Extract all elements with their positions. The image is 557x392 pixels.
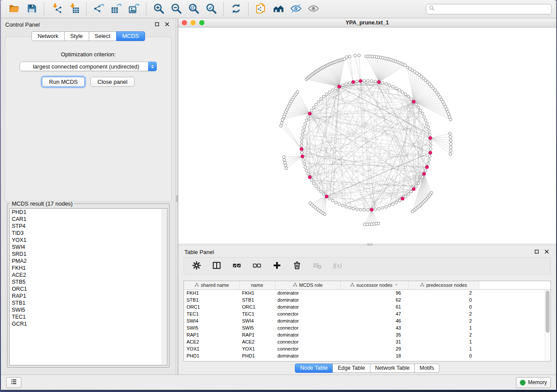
node-table-head: shared namenameMCDS rolesuccessor nodesp… [184, 281, 550, 289]
open-file-button[interactable] [5, 1, 23, 17]
table-row-SWI5[interactable]: SWI5SWI5connector431 [184, 324, 550, 331]
table-row-PHD1[interactable]: PHD1PHD1dominator180 [184, 352, 550, 359]
mcds-list-item[interactable]: STB1 [10, 299, 167, 306]
tab-network-table[interactable]: Network Table [370, 364, 415, 373]
table-panel-float-button[interactable] [533, 249, 540, 255]
export-table-button[interactable] [107, 1, 125, 17]
network-graph[interactable] [178, 28, 556, 244]
horizontal-splitter[interactable] [178, 244, 556, 246]
tab-edge-table[interactable]: Edge Table [332, 364, 370, 373]
node-table[interactable]: shared namenameMCDS rolesuccessor nodesp… [184, 281, 550, 359]
search-box[interactable] [426, 4, 552, 14]
zoom-in-button[interactable] [150, 1, 167, 17]
cell-shared_name: ACE2 [184, 338, 239, 345]
tab-select[interactable]: Select [89, 31, 117, 41]
tab-network[interactable]: Network [31, 31, 65, 41]
delete-columns-button[interactable] [291, 260, 303, 272]
table-panel-close-button[interactable] [543, 249, 550, 255]
import-network-button[interactable] [48, 1, 65, 17]
column-header-MCDS-role[interactable]: MCDS role [275, 281, 340, 289]
export-table-icon [111, 3, 122, 16]
zoom-selected-button[interactable] [202, 1, 220, 17]
mcds-list-item[interactable]: PMA2 [10, 258, 167, 265]
column-header-successor-nodes[interactable]: successor nodes [340, 281, 408, 289]
mcds-button-row: Run MCDS Close panel [5, 77, 171, 87]
splitter-grip[interactable] [176, 196, 178, 202]
mcds-list-item[interactable]: FKH1 [10, 265, 167, 272]
control-panel-close-button[interactable] [164, 21, 170, 28]
mcds-list-item[interactable]: RAP1 [10, 292, 167, 299]
close-panel-button[interactable]: Close panel [90, 77, 135, 87]
mcds-list-item[interactable]: GCR1 [10, 320, 167, 327]
table-panel: Table Panel f(x) shared namenameMCDS rol… [178, 246, 556, 375]
table-row-YOX1[interactable]: YOX1YOX1connector291 [184, 345, 550, 352]
mcds-list-item[interactable]: SRD1 [10, 251, 167, 258]
new-network-from-selection-button[interactable] [252, 1, 270, 17]
table-row-FKH1[interactable]: FKH1FKH1dominator962 [184, 289, 550, 296]
mcds-list-item[interactable]: TID3 [10, 230, 167, 237]
export-image-button[interactable] [125, 1, 142, 17]
memory-button[interactable]: Memory [516, 377, 551, 388]
mcds-list-item[interactable]: TEC1 [10, 313, 167, 320]
table-mode-button[interactable] [191, 260, 202, 272]
control-panel: Control Panel Network Style Select MCDS … [1, 18, 176, 375]
hide-selected-icon [290, 3, 302, 16]
cell-mcds_role: connector [275, 345, 340, 352]
table-row-RAP1[interactable]: RAP1RAP1dominator352 [184, 331, 550, 338]
table-row-TEC1[interactable]: TEC1TEC1connector472 [184, 310, 550, 317]
zoom-traffic-light[interactable] [199, 20, 204, 25]
mcds-list-item[interactable]: STB5 [10, 279, 167, 285]
tab-style[interactable]: Style [64, 31, 89, 41]
unselect-all-rows-icon [252, 261, 262, 272]
mcds-list-item[interactable]: PHD1 [10, 209, 167, 216]
unselect-all-rows-button[interactable] [251, 260, 263, 272]
zoom-fit-button[interactable] [185, 1, 202, 17]
tab-motifs[interactable]: Motifs [414, 364, 439, 373]
mcds-list-item[interactable]: ORC1 [10, 285, 167, 292]
save-session-button[interactable] [23, 1, 40, 17]
mcds-result-list[interactable]: PHD1CAR1STP4TID3YOX1SWI4SRD1PMA2FKH1ACE2… [9, 208, 167, 365]
create-column-button[interactable] [271, 260, 283, 272]
hierarchy-icon [350, 282, 355, 288]
select-all-rows-button[interactable] [231, 260, 242, 272]
mcds-list-scrollbar[interactable] [162, 209, 166, 364]
column-header-name[interactable]: name [239, 281, 275, 289]
table-row-STB1[interactable]: STB1STB1dominator620 [184, 296, 550, 303]
mcds-list-item[interactable]: CAR1 [10, 216, 167, 223]
splitter-grip[interactable] [367, 244, 373, 245]
table-scrollbar[interactable] [545, 290, 550, 361]
mcds-list-item[interactable]: YOX1 [10, 237, 167, 244]
cell-predecessor_nodes: 1 [408, 324, 479, 331]
show-all-button[interactable] [304, 1, 322, 17]
network-canvas[interactable] [178, 28, 556, 244]
search-input[interactable] [435, 6, 549, 12]
first-neighbors-button[interactable] [270, 1, 287, 17]
tab-mcds[interactable]: MCDS [116, 31, 145, 41]
task-list-icon [10, 378, 17, 387]
cell-shared_name: SWI4 [184, 317, 239, 324]
apply-layout-button[interactable] [227, 1, 245, 17]
control-panel-float-button[interactable] [154, 21, 160, 28]
table-row-SWI4[interactable]: SWI4SWI4dominator462 [184, 317, 550, 324]
export-network-button[interactable] [90, 1, 107, 17]
hide-selected-button[interactable] [287, 1, 304, 17]
optimization-criterion-select[interactable]: largest connected component (undirected) [20, 62, 157, 71]
close-traffic-light[interactable] [182, 20, 187, 25]
mcds-list-item[interactable]: STP4 [10, 223, 167, 230]
show-columns-icon [212, 261, 221, 272]
import-table-button[interactable] [65, 1, 83, 17]
zoom-out-button[interactable] [167, 1, 185, 17]
column-header-predecessor-nodes[interactable]: predecessor nodes [408, 281, 479, 289]
task-history-button[interactable] [6, 377, 21, 388]
column-header-shared-name[interactable]: shared name [184, 281, 239, 289]
run-mcds-button[interactable]: Run MCDS [42, 77, 85, 87]
table-scrollbar-thumb[interactable] [546, 291, 550, 333]
show-columns-button[interactable] [211, 260, 222, 272]
tab-node-table[interactable]: Node Table [295, 364, 333, 373]
mcds-list-item[interactable]: ACE2 [10, 272, 167, 279]
mcds-list-item[interactable]: SWI4 [10, 244, 167, 251]
table-row-ORC1[interactable]: ORC1ORC1dominator610 [184, 303, 550, 310]
mcds-list-item[interactable]: SWI5 [10, 306, 167, 313]
minimize-traffic-light[interactable] [190, 20, 196, 25]
table-row-ACE2[interactable]: ACE2ACE2connector311 [184, 338, 550, 345]
